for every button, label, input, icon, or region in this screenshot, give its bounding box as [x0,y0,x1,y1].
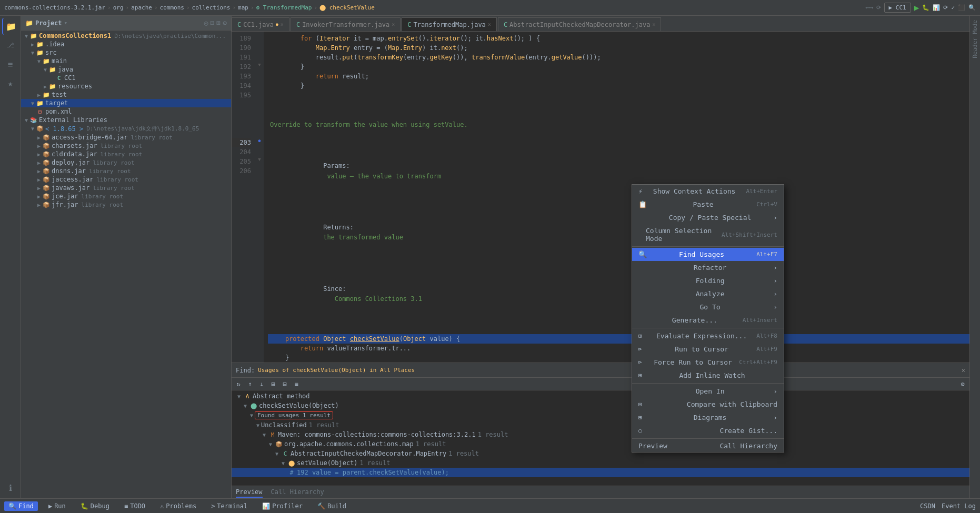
breadcrumb-item-collections[interactable]: collections [192,4,231,11]
sync-icon[interactable]: ⟳ [876,4,881,11]
status-todo-btn[interactable]: ≡ TODO [120,501,149,511]
preview-tab[interactable]: Preview [638,442,667,450]
status-problems-btn[interactable]: ⚠ Problems [156,501,201,511]
menu-show-context[interactable]: ⚡ Show Context Actions Alt+Enter [632,185,784,198]
result-class[interactable]: ▼ C AbstractInputCheckedMapDecorator.Map… [232,449,969,458]
footer-preview-tab[interactable]: Preview [236,487,263,498]
menu-goto[interactable]: Go To › [632,300,784,314]
tree-item-jar-access[interactable]: ▶ 📦 access-bridge-64.jar library root [21,133,231,142]
profile-btn[interactable]: 📊 [933,4,940,11]
tree-item-jar-deploy[interactable]: ▶ 📦 deploy.jar library root [21,158,231,167]
status-find-btn[interactable]: 🔍 Find [4,501,38,511]
project-icon[interactable]: 📁 [2,18,19,35]
tree-item-jar-dnsns[interactable]: ▶ 📦 dnsns.jar library root [21,167,231,175]
tmap-close-btn[interactable]: × [488,22,491,27]
breadcrumb-item-commons[interactable]: commons [160,4,184,11]
down-btn[interactable]: ↓ [257,379,266,389]
stop-btn[interactable]: ⬛ [958,4,965,11]
debug-btn[interactable]: 🐛 [922,4,929,11]
result-check-set-value[interactable]: ▼ ⬤ checkSetValue(Object) [232,401,969,410]
menu-copy-paste-special[interactable]: Copy / Paste Special › [632,211,784,224]
result-found-usages[interactable]: ▼ Found usages 1 result [232,410,969,420]
menu-open-in[interactable]: Open In › [632,385,784,398]
reader-mode-label[interactable]: Reader Mode [972,16,978,63]
search-everywhere-btn[interactable]: 🔍 [968,4,976,11]
tree-item-cc1[interactable]: C CC1 [21,74,231,82]
tree-item-jar-jfr[interactable]: ▶ 📦 jfr.jar library root [21,200,231,209]
breadcrumb-item-transformed-map[interactable]: ⚙ TransformedMap [256,4,312,11]
tree-item-main[interactable]: ▼ 📁 main [21,57,231,65]
menu-generate[interactable]: Generate... Alt+Insert [632,314,784,327]
menu-force-run[interactable]: ⊳ Force Run to Cursor Ctrl+Alt+F9 [632,356,784,369]
cc1-close-btn[interactable]: × [281,22,284,27]
tab-invoker[interactable]: C InvokerTransformer.java × [291,17,401,31]
find-close-btn[interactable]: × [962,367,965,374]
menu-run-cursor[interactable]: ⊳ Run to Cursor Alt+F9 [632,343,784,356]
result-package[interactable]: ▼ 📦 org.apache.commons.collections.map 1… [232,439,969,449]
run-btn[interactable]: ▶ [914,3,919,13]
tree-item-jar-jaccess[interactable]: ▶ 📦 jaccess.jar library root [21,175,231,184]
event-log-label[interactable]: Event Log [942,502,976,510]
breadcrumb-item-org[interactable]: org [113,4,124,11]
code-lines[interactable]: for (Iterator it = map.entrySet().iterat… [264,32,969,363]
fold-192[interactable]: ▼ [258,62,261,67]
cc1-config[interactable]: ▶ CC1 [884,3,911,13]
result-maven[interactable]: ▼ M Maven: commons-collections:commons-c… [232,430,969,439]
tree-item-target[interactable]: ▼ 📁 target [21,99,231,107]
refresh-btn[interactable]: ↻ [234,379,243,389]
commit-btn[interactable]: ✓ [951,4,955,11]
structure-icon[interactable]: ≡ [2,56,19,73]
up-btn[interactable]: ↑ [245,379,255,389]
tab-cc1[interactable]: C CC1.java ● × [232,17,289,31]
tree-item-jar-charsets[interactable]: ▶ 📦 charsets.jar library root [21,142,231,150]
vcs-update-btn[interactable]: ⟳ [943,4,948,11]
dropdown-arrow[interactable]: ▾ [64,19,68,26]
result-method[interactable]: ▼ ⬤ setValue(Object) 1 result [232,458,969,468]
vcs-icon[interactable]: ⎇ [2,37,19,54]
expand-icon[interactable]: ⊞ [216,19,221,27]
result-code-line[interactable]: # 192 value = parent.checkSetValue(value… [232,468,969,477]
settings-results-btn[interactable]: ⚙ [958,379,967,389]
menu-compare-clipboard[interactable]: ⊟ Compare with Clipboard [632,398,784,411]
fold-205[interactable]: ▼ [258,157,261,162]
footer-call-hierarchy-tab[interactable]: Call Hierarchy [271,487,324,498]
tab-abstract[interactable]: C AbstractInputCheckedMapDecorator.java … [498,17,662,31]
info-icon[interactable]: ℹ [2,479,19,496]
tree-item-java[interactable]: ▼ 📁 java [21,65,231,74]
abstract-close-btn[interactable]: × [652,22,655,27]
tree-item-root[interactable]: ▼ 📁 CommonsCollections1 D:\notes\java\pr… [21,32,231,40]
menu-create-gist[interactable]: ○ Create Gist... [632,424,784,437]
settings-icon[interactable]: ⚙ [223,19,227,27]
collapse-all-icon[interactable]: ⊟ [211,19,215,27]
breadcrumb-item-apache[interactable]: apache [131,4,152,11]
status-profiler-btn[interactable]: 📊 Profiler [258,501,307,511]
menu-find-usages[interactable]: 🔍 Find Usages Alt+F7 [632,248,784,261]
status-run-btn[interactable]: ▶ Run [44,501,70,511]
status-terminal-btn[interactable]: > Terminal [207,501,252,511]
favorites-icon[interactable]: ★ [2,75,19,92]
breadcrumb-item-map[interactable]: map [238,4,248,11]
result-unclassified[interactable]: ▼ Unclassified 1 result [232,420,969,430]
tree-item-idea[interactable]: ▶ 📁 .idea [21,40,231,48]
menu-diagrams[interactable]: ⊞ Diagrams › [632,411,784,424]
group-btn[interactable]: ≡ [292,379,301,389]
invoker-close-btn[interactable]: × [392,22,395,27]
tab-transformed-map[interactable]: C TransformedMap.java × [402,17,497,31]
tree-item-resources[interactable]: ▶ 📁 resources [21,82,231,90]
menu-analyze[interactable]: Analyze › [632,287,784,300]
tree-item-jar-cldrdata[interactable]: ▶ 📦 cldrdata.jar library root [21,150,231,158]
breadcrumb-item-method[interactable]: ⬤ checkSetValue [319,4,375,11]
result-abstract-method[interactable]: ▼ A Abstract method [232,391,969,401]
menu-paste[interactable]: 📋 Paste Ctrl+V [632,198,784,211]
menu-col-select[interactable]: Column Selection Mode Alt+Shift+Insert [632,224,784,245]
status-debug-btn[interactable]: 🐛 Debug [76,501,114,511]
breadcrumb-item-jar[interactable]: commons-collections-3.2.1.jar [4,4,105,11]
status-build-btn[interactable]: 🔨 Build [313,501,351,511]
tree-item-jar-jce[interactable]: ▶ 📦 jce.jar library root [21,192,231,200]
tree-item-pom[interactable]: ⊟ pom.xml [21,107,231,116]
collapse-btn[interactable]: ⊟ [280,379,289,389]
locate-icon[interactable]: ◎ [204,19,208,27]
menu-inline-watch[interactable]: ⊞ Add Inline Watch [632,369,784,382]
menu-folding[interactable]: Folding › [632,274,784,287]
menu-eval-expr[interactable]: ⊞ Evaluate Expression... Alt+F8 [632,329,784,343]
